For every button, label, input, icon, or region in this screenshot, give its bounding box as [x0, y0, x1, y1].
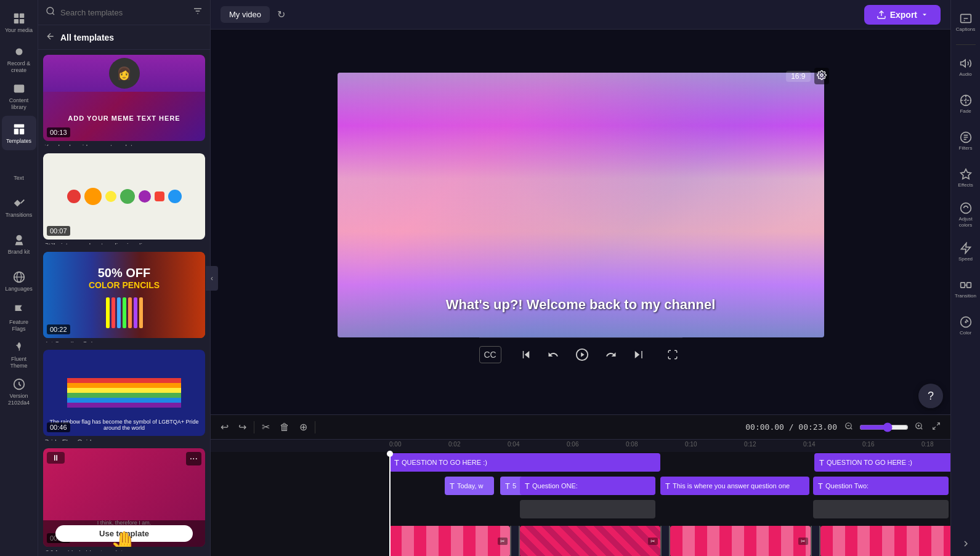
right-collapse[interactable] [961, 539, 971, 551]
clip-today[interactable]: T Today, w [445, 477, 494, 495]
video-frame: What's up?! Welcome back to my channel [338, 73, 824, 337]
clip-t-icon-4: T [505, 481, 510, 491]
speed-icon [960, 242, 972, 254]
back-icon[interactable] [46, 31, 55, 43]
fade-icon [960, 94, 972, 107]
right-item-adjust[interactable]: Adjustcolors [952, 198, 979, 232]
sidebar-item-feature-flags[interactable]: FeatureFlags [2, 300, 36, 335]
my-video-tab[interactable]: My video [221, 6, 270, 23]
right-item-transition[interactable]: Transition [952, 272, 979, 306]
playhead-head [387, 451, 393, 457]
redo-button[interactable]: ↪ [236, 419, 249, 435]
template-name-kombucha: Kombucha girl meme template [43, 143, 205, 146]
template-name-art: Art Supplies Sale [43, 340, 205, 343]
right-item-audio[interactable]: Audio [952, 50, 979, 84]
audio-icon [960, 57, 972, 70]
right-item-effects[interactable]: Effects [952, 161, 979, 195]
fullscreen-button[interactable] [663, 345, 682, 365]
cut-button[interactable]: ✂ [259, 419, 272, 435]
skip-back-button[interactable] [516, 345, 536, 365]
svg-point-35 [965, 321, 966, 323]
video-clip-3[interactable]: ✂ [670, 526, 811, 556]
zoom-in-button[interactable] [912, 419, 926, 435]
filter-icon[interactable] [193, 6, 203, 18]
right-item-fade[interactable]: Fade [952, 87, 979, 121]
right-item-filters[interactable]: Filters [952, 124, 979, 158]
captions-label: Captions [956, 26, 976, 32]
delete-button[interactable]: 🗑 [277, 419, 292, 435]
ruler-mark-0: 0:00 [389, 441, 401, 448]
toolbar-divider-1 [254, 421, 254, 433]
right-item-color[interactable]: Color [952, 308, 979, 343]
sidebar-item-fluent[interactable]: FluentTheme [2, 337, 36, 372]
right-divider-1 [956, 44, 976, 45]
svg-rect-8 [19, 129, 23, 134]
panel-collapse-button[interactable]: ‹ [206, 266, 218, 291]
undo-button[interactable]: ↩ [218, 419, 231, 435]
clip-label-4: 5 [512, 482, 516, 490]
clip-question-one[interactable]: T Question ONE: [520, 477, 655, 495]
sidebar-item-transitions[interactable]: Transitions [2, 190, 36, 224]
ruler-mark-6: 0:12 [744, 441, 756, 448]
search-input[interactable] [60, 8, 188, 17]
captions-icon [960, 12, 972, 25]
ruler-mark-3: 0:06 [567, 441, 578, 448]
playhead [389, 452, 391, 556]
svg-point-4 [15, 48, 22, 55]
duplicate-button[interactable]: ⊕ [297, 419, 310, 435]
template-card-qa[interactable]: ⏸ ··· I think, therefore I am.- René Des… [43, 448, 205, 551]
video-settings-button[interactable] [814, 68, 829, 84]
right-item-captions[interactable]: Captions [952, 5, 979, 39]
template-duration-art: 00:22 [47, 324, 70, 334]
video-clip-1[interactable]: ✂ [389, 526, 510, 556]
clip-question-right[interactable]: T QUESTION TO GO HERE :) [814, 453, 950, 472]
zoom-slider[interactable] [859, 422, 909, 432]
zoom-out-button[interactable] [842, 419, 856, 435]
fit-button[interactable] [929, 419, 943, 435]
sidebar-item-languages[interactable]: Languages [2, 264, 36, 298]
skip-forward-button[interactable] [628, 345, 648, 365]
help-button[interactable]: ? [918, 384, 943, 408]
sidebar-item-templates[interactable]: Templates [2, 116, 36, 150]
clip-answer-one[interactable]: T This is where you answer question one [660, 477, 809, 495]
track-row-3 [211, 499, 950, 521]
template-card-art[interactable]: 50% OFF COLOR PENCILS 00:22 Art Suppl [43, 252, 205, 343]
template-card-podcast[interactable]: 00:07 Still picture podcast audio visual… [43, 153, 205, 244]
svg-rect-33 [966, 283, 971, 288]
templates-panel: All templates 👩 ADD YOUR MEME TEXT HERE … [38, 0, 211, 556]
video-clip-2[interactable]: ✂ [520, 526, 660, 556]
clip-label: QUESTION TO GO HERE :) [402, 459, 487, 466]
clip-question-two[interactable]: T Question Two: [813, 477, 949, 495]
templates-list: 👩 ADD YOUR MEME TEXT HERE 00:13 Kombucha… [38, 50, 210, 556]
rewind-icon [548, 349, 559, 360]
sidebar-item-brand[interactable]: Brand kit [2, 227, 36, 261]
forward-icon [605, 349, 617, 360]
template-card-kombucha[interactable]: 👩 ADD YOUR MEME TEXT HERE 00:13 Kombucha… [43, 55, 205, 146]
rewind-button[interactable] [543, 345, 563, 365]
export-button[interactable]: Export [864, 5, 941, 25]
ruler-mark-4: 0:08 [626, 441, 638, 448]
video-area: 16:9 What's up?! Welcome back to my chan… [211, 30, 950, 414]
svg-rect-1 [19, 13, 23, 17]
fullscreen-icon [667, 349, 678, 360]
template-card-pride[interactable]: The rainbow flag has become the symbol o… [43, 350, 205, 441]
sidebar-item-your-media[interactable]: Your media [2, 5, 36, 39]
sidebar-item-content[interactable]: Contentlibrary [2, 79, 36, 113]
clip-question-left[interactable]: T QUESTION TO GO HERE :) [389, 453, 660, 472]
sidebar-item-record[interactable]: Record &create [2, 42, 36, 76]
fade-label: Fade [960, 108, 971, 114]
cc-button[interactable]: CC [479, 346, 501, 363]
forward-button[interactable] [601, 345, 621, 365]
play-button[interactable] [570, 343, 594, 366]
top-bar: My video ↻ Export [211, 0, 950, 30]
adjust-label: Adjustcolors [958, 216, 972, 228]
video-clip-4[interactable]: ✂ [820, 526, 950, 556]
track-row-1: T QUESTION TO GO HERE :) T QUESTION TO G… [211, 452, 950, 473]
right-item-speed[interactable]: Speed [952, 235, 979, 269]
template-more-button[interactable]: ··· [186, 452, 201, 465]
sidebar-item-text[interactable]: Text [2, 153, 36, 187]
template-thumb-pride: The rainbow flag has become the symbol o… [43, 350, 205, 436]
chevron-down-icon [921, 11, 928, 18]
refresh-button[interactable]: ↻ [275, 6, 288, 23]
sidebar-item-version[interactable]: Version2102da4 [2, 374, 36, 409]
